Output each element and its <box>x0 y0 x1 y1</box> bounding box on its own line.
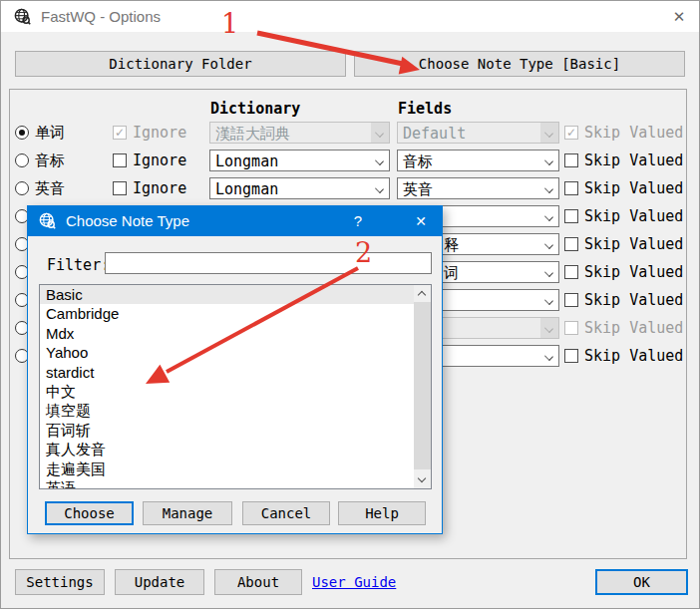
close-icon[interactable]: ✕ <box>404 206 438 236</box>
list-item[interactable]: 填空题 <box>40 401 431 420</box>
user-guide-link[interactable]: User Guide <box>312 574 396 590</box>
cancel-button[interactable]: Cancel <box>242 501 330 525</box>
skip-valued-checkbox[interactable]: ✓ <box>564 265 578 279</box>
note-type-list: Basic Cambridge Mdx Yahoo stardict 中文 填空… <box>39 284 432 489</box>
skip-valued-label: Skip Valued <box>584 319 683 337</box>
about-button[interactable]: About <box>214 569 302 595</box>
settings-button[interactable]: Settings <box>15 569 105 595</box>
skip-valued-checkbox: ✓ <box>564 126 578 140</box>
help-button[interactable]: Help <box>338 501 426 525</box>
choose-note-type-button[interactable]: Choose Note Type [Basic] <box>354 51 685 77</box>
choose-button[interactable]: Choose <box>45 501 134 525</box>
dialog-title: Choose Note Type <box>66 212 189 229</box>
dictionary-combobox[interactable]: Longman <box>209 150 390 171</box>
fields-combobox[interactable]: 英音 <box>397 177 559 199</box>
ignore-label: Ignore <box>133 124 186 142</box>
fastwq-globe-icon <box>14 8 32 26</box>
list-item[interactable]: 中文 <box>40 382 431 401</box>
phonetic-radio[interactable] <box>15 153 29 167</box>
list-item[interactable]: 真人发音 <box>40 440 431 458</box>
options-window: FastWQ - Options ✕ Dictionary Folder Cho… <box>0 0 700 609</box>
grid-row: 单词 ✓ Ignore 漢語大詞典 Default ✓ Skip Valued <box>1 119 700 147</box>
skip-valued-checkbox[interactable]: ✓ <box>564 349 578 363</box>
dictionary-combobox[interactable]: Longman <box>209 177 390 199</box>
ignore-label: Ignore <box>133 152 186 169</box>
skip-valued-checkbox[interactable]: ✓ <box>564 181 578 195</box>
skip-valued-checkbox[interactable]: ✓ <box>564 209 578 223</box>
skip-valued-label: Skip Valued <box>584 235 683 253</box>
ignore-checkbox[interactable]: ✓ <box>113 153 127 167</box>
choose-note-type-dialog: Choose Note Type ? ✕ Filter: Basic Cambr… <box>27 205 443 534</box>
skip-valued-label: Skip Valued <box>584 263 683 281</box>
list-scrollbar[interactable] <box>414 285 431 488</box>
fields-combobox[interactable]: 音标 <box>397 150 559 171</box>
fastwq-globe-icon <box>39 212 57 230</box>
list-item[interactable]: Mdx <box>40 324 431 343</box>
list-item[interactable]: Yahoo <box>40 343 431 362</box>
skip-valued-label: Skip Valued <box>584 179 683 197</box>
uk-audio-radio[interactable] <box>15 181 29 195</box>
skip-valued-checkbox[interactable]: ✓ <box>564 153 578 167</box>
word-radio[interactable] <box>15 126 29 140</box>
scroll-down-icon[interactable] <box>414 471 431 488</box>
skip-valued-checkbox: ✓ <box>564 321 578 335</box>
fields-column-header: Fields <box>398 100 452 118</box>
skip-valued-label: Skip Valued <box>584 152 683 169</box>
ignore-label: Ignore <box>133 179 186 197</box>
ok-button[interactable]: OK <box>595 569 688 595</box>
dialog-title-bar: Choose Note Type ? ✕ <box>28 206 442 236</box>
help-icon[interactable]: ? <box>343 206 373 236</box>
skip-valued-checkbox[interactable]: ✓ <box>564 293 578 307</box>
window-title: FastWQ - Options <box>41 8 161 25</box>
filter-label: Filter: <box>47 256 110 274</box>
skip-valued-label: Skip Valued <box>584 207 683 225</box>
list-item[interactable]: 英语 <box>40 478 431 489</box>
scroll-up-icon[interactable] <box>414 285 431 302</box>
row-label: 英音 <box>35 179 65 198</box>
list-item[interactable]: 走遍美国 <box>40 459 431 478</box>
ignore-checkbox[interactable]: ✓ <box>113 181 127 195</box>
close-icon[interactable]: ✕ <box>665 5 693 29</box>
update-button[interactable]: Update <box>115 569 204 595</box>
ignore-checkbox: ✓ <box>113 126 127 140</box>
title-bar: FastWQ - Options ✕ <box>1 1 699 32</box>
grid-row: 音标 ✓ Ignore Longman 音标 ✓ Skip Valued <box>1 147 700 174</box>
skip-valued-label: Skip Valued <box>584 291 683 309</box>
dictionary-column-header: Dictionary <box>210 100 300 118</box>
list-item[interactable]: Basic <box>40 285 431 304</box>
skip-valued-checkbox[interactable]: ✓ <box>564 237 578 251</box>
row-label: 音标 <box>35 152 65 170</box>
row-label: 单词 <box>35 124 65 143</box>
list-item[interactable]: Cambridge <box>40 304 431 323</box>
filter-input[interactable] <box>105 252 432 274</box>
list-item[interactable]: 百词斩 <box>40 421 431 440</box>
fields-combobox: Default <box>397 122 559 144</box>
manage-button[interactable]: Manage <box>143 501 232 525</box>
dictionary-combobox: 漢語大詞典 <box>209 122 390 144</box>
grid-row: 英音 ✓ Ignore Longman 英音 ✓ Skip Valued <box>1 174 700 202</box>
dictionary-folder-button[interactable]: Dictionary Folder <box>15 51 346 77</box>
scrollbar-thumb[interactable] <box>414 302 431 469</box>
skip-valued-label: Skip Valued <box>584 347 683 365</box>
list-item[interactable]: stardict <box>40 363 431 382</box>
skip-valued-label: Skip Valued <box>584 124 683 142</box>
